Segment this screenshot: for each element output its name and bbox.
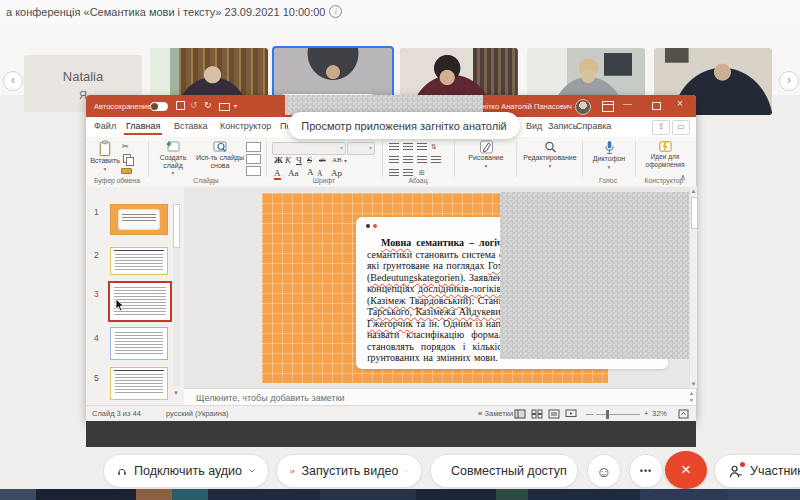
minimize-button[interactable]: — [623, 99, 632, 109]
text-direction-icon[interactable] [389, 169, 399, 177]
tab-insert[interactable]: Вставка [174, 117, 207, 136]
redo-icon[interactable]: ↻ [204, 100, 212, 110]
tab-home[interactable]: Главная [126, 117, 160, 136]
zoom-out-button[interactable]: — [586, 409, 594, 418]
slide-scrollbar[interactable]: ▲ ▼ [689, 187, 697, 388]
numbered-list-icon[interactable] [403, 143, 413, 151]
notes-bar[interactable]: Щелкните, чтобы добавить заметки ▲▼ [184, 388, 696, 406]
cut-icon[interactable]: ✂ [122, 142, 129, 151]
notes-placeholder: Щелкните, чтобы добавить заметки [196, 393, 345, 403]
leave-meeting-button[interactable]: × [665, 451, 707, 489]
design-ideas-button[interactable]: Идеи для оформления [638, 140, 692, 168]
chevron-down-icon[interactable] [249, 468, 255, 474]
editing-button[interactable]: Редактирование ▾ [519, 140, 581, 170]
indent-icon[interactable] [417, 143, 427, 151]
share-content-button[interactable]: Совместный доступ [430, 454, 578, 488]
chevron-right-icon[interactable]: › [779, 71, 799, 91]
notes-scroll-arrows[interactable]: ▲▼ [689, 390, 694, 404]
strikethrough-button[interactable]: S [307, 155, 312, 165]
restore-button[interactable] [652, 102, 661, 110]
char-spacing-button[interactable]: АВ [332, 156, 342, 164]
tab-view[interactable]: Вид [526, 117, 542, 136]
more-options-button[interactable]: ••• [629, 454, 663, 488]
scroll-up-icon[interactable]: ▲ [690, 188, 697, 194]
format-painter-icon[interactable] [121, 168, 132, 174]
underline-button[interactable]: Ч [296, 155, 302, 165]
chevron-down-icon[interactable] [405, 468, 408, 474]
slide-thumbnail-4[interactable] [110, 327, 168, 360]
align-center-icon[interactable] [403, 156, 413, 164]
slide-thumbnail-5[interactable] [110, 367, 168, 400]
smartart-icon[interactable]: ⊞ [419, 169, 425, 177]
comment-icon[interactable]: ▭ [672, 120, 690, 135]
ppt-avatar[interactable] [575, 99, 591, 115]
grow-font-button[interactable]: А [307, 167, 314, 177]
reading-view-icon[interactable] [548, 409, 560, 419]
participants-strip: ‹ Natalia Я загнітко анат... ) › [0, 24, 800, 95]
align-text-icon[interactable] [403, 169, 413, 177]
drawing-button[interactable]: Рисование ▾ [458, 140, 514, 170]
tab-help[interactable]: Справка [576, 117, 611, 136]
bullet-list-icon[interactable] [389, 143, 399, 151]
align-left-icon[interactable] [389, 156, 399, 164]
reactions-button[interactable]: ☺ [587, 454, 621, 488]
reset-icon[interactable] [246, 154, 261, 164]
group-voice-label: Голос [599, 177, 617, 184]
new-slide-button[interactable]: Создать слайд ▾ [152, 140, 194, 178]
zoom-in-button[interactable]: + [644, 409, 648, 418]
undo-icon[interactable]: ↺ [190, 100, 198, 110]
chevron-down-icon[interactable]: ▾ [234, 101, 237, 111]
font-name-select[interactable] [272, 142, 346, 155]
normal-view-icon[interactable] [514, 409, 526, 419]
reuse-slides-button[interactable]: Исп-ть слайды снова [196, 140, 244, 169]
fit-to-window-icon[interactable] [678, 409, 690, 419]
participants-button[interactable]: Участники [714, 454, 800, 488]
save-icon[interactable] [176, 101, 185, 110]
collapse-ribbon-icon[interactable]: ∧ [680, 173, 686, 182]
info-icon[interactable]: i [329, 5, 342, 18]
slide-sorter-view-icon[interactable] [531, 409, 543, 419]
slide-thumbnail-2[interactable] [110, 247, 168, 275]
bottom-video-strip [0, 489, 800, 500]
share-file-icon[interactable]: ⇧ [652, 120, 670, 135]
scroll-down-icon[interactable]: ▼ [690, 381, 697, 387]
change-case-button[interactable]: Аа [288, 168, 298, 178]
section-icon[interactable] [246, 166, 261, 176]
font-color-button[interactable]: А [274, 168, 281, 180]
slide-thumbnail-1[interactable] [110, 204, 168, 235]
zoom-slider[interactable] [596, 414, 640, 415]
italic-button[interactable]: К [285, 155, 291, 165]
meeting-header: а конференція «Семантика мови і тексту» … [0, 0, 800, 24]
close-button[interactable]: × [677, 99, 683, 109]
group-designer-label: Конструктор [645, 177, 684, 184]
align-right-icon[interactable] [417, 156, 427, 164]
columns-icon[interactable] [431, 156, 441, 164]
line-spacing-icon[interactable]: ⇅ [431, 143, 437, 151]
zoom-percent[interactable]: 32% [652, 409, 667, 418]
dictate-button[interactable]: Диктофон ▾ [585, 140, 633, 171]
autosave-toggle[interactable] [150, 102, 168, 111]
ribbon-display-icon[interactable] [602, 101, 614, 112]
start-video-button[interactable]: Запустить видео [276, 454, 422, 488]
layout-icon[interactable] [246, 142, 261, 152]
chevron-left-icon[interactable]: ‹ [3, 71, 23, 91]
slideshow-icon[interactable] [219, 103, 230, 111]
text-shadow-button[interactable]: ab [319, 156, 326, 164]
thumbnail-scrollbar[interactable] [173, 204, 180, 387]
notes-toggle[interactable]: ≡ Заметки [478, 409, 513, 418]
chevron-down-icon[interactable]: ▾ [344, 157, 347, 164]
slideshow-view-icon[interactable] [565, 409, 577, 419]
shared-screen-letterbox [86, 421, 696, 447]
paste-button[interactable]: Вставить ▾ [91, 140, 119, 173]
font-size-select[interactable] [347, 142, 375, 155]
copy-icon[interactable] [123, 154, 131, 163]
language-indicator[interactable]: русский (Украина) [166, 409, 229, 418]
scroll-down-icon[interactable]: ▼ [173, 390, 179, 396]
group-slides-label: Слайды [193, 177, 218, 184]
viewing-application-label: Просмотр приложения загнітко анатолій [301, 120, 506, 132]
tab-file[interactable]: Файл [94, 117, 116, 136]
tab-record[interactable]: Запись [548, 117, 578, 136]
bold-button[interactable]: Ж [274, 155, 283, 165]
connect-audio-button[interactable]: Подключить аудио [103, 454, 269, 488]
tab-design[interactable]: Конструктор [220, 117, 271, 136]
